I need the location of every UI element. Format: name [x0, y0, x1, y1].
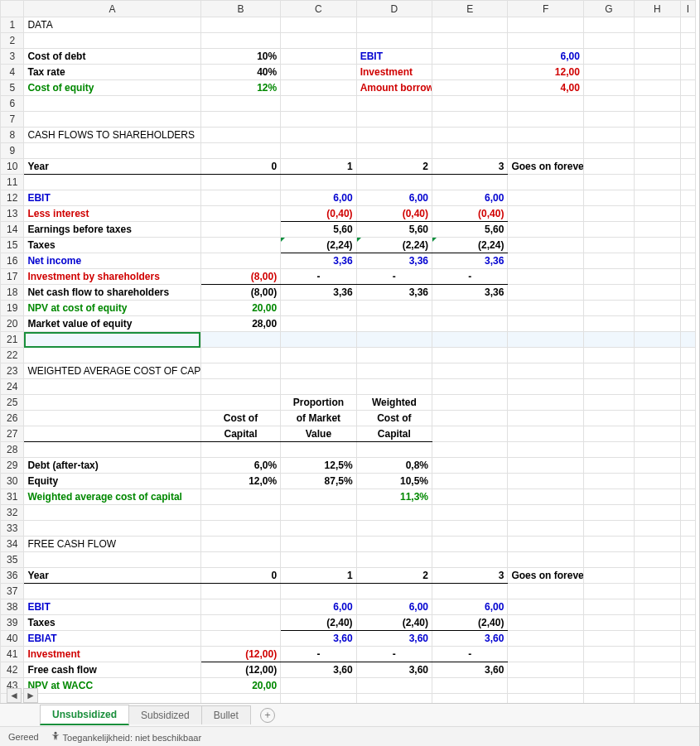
cell[interactable]: Weighted average cost of capital [24, 489, 200, 505]
cell[interactable]: (2,40) [356, 615, 432, 631]
cell[interactable]: 3,60 [356, 631, 432, 647]
cell[interactable]: Net cash flow to shareholders [24, 285, 200, 301]
cell[interactable]: 3,36 [281, 285, 356, 301]
row-header[interactable]: 28 [1, 442, 24, 458]
row-header[interactable]: 5 [1, 80, 24, 96]
cell[interactable]: 3,36 [281, 253, 356, 269]
cell[interactable]: 3,60 [356, 662, 432, 678]
row-header[interactable]: 7 [1, 112, 24, 128]
cell[interactable]: 6,00 [281, 190, 356, 206]
row-header[interactable]: 38 [1, 599, 24, 615]
row-header[interactable]: 27 [1, 426, 24, 442]
row-header[interactable]: 15 [1, 238, 24, 253]
cell[interactable]: 4,00 [508, 80, 583, 96]
cell[interactable]: Cost of equity [24, 80, 200, 96]
cell[interactable]: of Market [281, 411, 356, 426]
row-header[interactable]: 41 [1, 647, 24, 662]
cell[interactable]: 28,00 [200, 316, 280, 332]
row-header[interactable]: 14 [1, 222, 24, 238]
cell[interactable]: Tax rate [24, 65, 200, 80]
cell[interactable]: (12,00) [200, 662, 280, 678]
cell[interactable] [583, 17, 634, 33]
cell[interactable]: 20,00 [200, 678, 280, 694]
cell[interactable]: 5,60 [281, 222, 356, 238]
cell[interactable]: (8,00) [200, 269, 280, 285]
cell[interactable]: Debt (after-tax) [24, 458, 200, 474]
cell[interactable]: 3 [432, 568, 508, 584]
cell[interactable]: Amount borrowed [356, 80, 432, 96]
cell[interactable]: NPV at cost of equity [24, 301, 200, 316]
cell[interactable]: - [432, 269, 508, 285]
cell[interactable]: 12,0% [200, 474, 280, 489]
cell[interactable]: (2,40) [281, 615, 356, 631]
cell[interactable]: Investment by shareholders [24, 269, 200, 285]
row-header[interactable]: 12 [1, 190, 24, 206]
cell[interactable]: (12,00) [200, 647, 280, 662]
cell[interactable]: 3,60 [281, 631, 356, 647]
grid-body[interactable]: 1 DATA 2 3 Cost of debt 10% EBIT 6,00 4 … [1, 17, 696, 725]
cell[interactable]: EBIT [24, 190, 200, 206]
cell[interactable]: - [356, 269, 432, 285]
cell[interactable]: 11,3% [356, 489, 432, 505]
row-header[interactable]: 19 [1, 301, 24, 316]
row-header[interactable]: 32 [1, 505, 24, 521]
cell[interactable]: (0,40) [281, 206, 356, 222]
cell[interactable]: WEIGHTED AVERAGE COST OF CAPITAL [24, 363, 200, 379]
cell[interactable]: Value [281, 426, 356, 442]
row-header[interactable]: 39 [1, 615, 24, 631]
cell[interactable]: Investment [356, 65, 432, 80]
cell[interactable]: 0 [200, 159, 280, 175]
grid[interactable]: A B C D E F G H I 1 DATA 2 3 Cost of deb… [0, 0, 696, 725]
row-header[interactable]: 22 [1, 348, 24, 363]
cell[interactable]: (0,40) [356, 206, 432, 222]
cell[interactable]: 12,5% [281, 458, 356, 474]
cell[interactable]: 2 [356, 568, 432, 584]
cell[interactable]: 20,00 [200, 301, 280, 316]
row-header[interactable]: 18 [1, 285, 24, 301]
row-header[interactable]: 10 [1, 159, 24, 175]
add-sheet-icon[interactable]: ＋ [260, 708, 275, 723]
cell[interactable]: Year [24, 159, 200, 175]
tab-scroll-left-icon[interactable]: ◄ [7, 688, 22, 703]
cell[interactable]: 12,00 [508, 65, 583, 80]
cell[interactable] [634, 17, 680, 33]
cell[interactable]: Net income [24, 253, 200, 269]
row-header[interactable]: 4 [1, 65, 24, 80]
cell[interactable]: Taxes [24, 238, 200, 253]
row-header[interactable]: 1 [1, 17, 24, 33]
cell[interactable]: 5,60 [356, 222, 432, 238]
cell[interactable]: 2 [356, 159, 432, 175]
cell[interactable] [432, 17, 508, 33]
cell[interactable]: 3,60 [432, 662, 508, 678]
col-header-H[interactable]: H [634, 1, 680, 17]
cell[interactable]: Capital [356, 426, 432, 442]
row-header[interactable]: 29 [1, 458, 24, 474]
cell[interactable]: Capital [200, 426, 280, 442]
col-header-B[interactable]: B [200, 1, 280, 17]
cell[interactable]: Goes on forever [508, 568, 583, 584]
row-header[interactable]: 37 [1, 584, 24, 599]
row-header[interactable]: 2 [1, 33, 24, 49]
row-header[interactable]: 24 [1, 379, 24, 395]
cell[interactable]: 6,0% [200, 458, 280, 474]
cell[interactable]: Weighted [356, 395, 432, 411]
cell[interactable]: 3,36 [432, 253, 508, 269]
row-header[interactable]: 26 [1, 411, 24, 426]
column-header-row[interactable]: A B C D E F G H I [1, 1, 696, 17]
cell[interactable]: 12% [200, 80, 280, 96]
row-header[interactable]: 11 [1, 175, 24, 190]
cell[interactable] [281, 17, 356, 33]
sheet-tab[interactable]: Subsidized [128, 705, 202, 724]
cell[interactable]: Cost of debt [24, 49, 200, 65]
cell[interactable]: 6,00 [356, 599, 432, 615]
cell[interactable]: 6,00 [281, 599, 356, 615]
row-header[interactable]: 9 [1, 143, 24, 159]
row-header[interactable]: 33 [1, 521, 24, 537]
cell[interactable]: Proportion [281, 395, 356, 411]
cell[interactable]: - [281, 269, 356, 285]
cell[interactable]: 3,36 [356, 285, 432, 301]
row-header[interactable]: 31 [1, 489, 24, 505]
cell[interactable]: Market value of equity [24, 316, 200, 332]
cell[interactable]: 3 [432, 159, 508, 175]
sheet-tab[interactable]: Unsubsidized [40, 705, 129, 725]
